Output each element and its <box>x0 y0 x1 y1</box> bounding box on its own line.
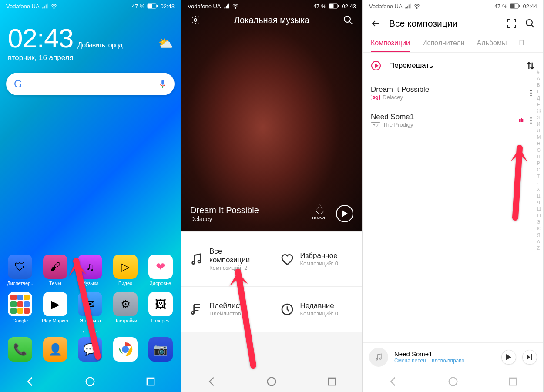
more-icon[interactable] <box>527 116 535 125</box>
nav-home-icon[interactable] <box>447 375 459 388</box>
mini-player[interactable]: Need Some1 Смена песен – влево/вправо. <box>363 342 543 371</box>
app-icon-image: ⚙ <box>113 292 138 316</box>
app-dock[interactable]: 📞 <box>3 337 37 362</box>
tile-1[interactable]: ИзбранноеКомпозиций: 0 <box>272 232 363 286</box>
back-icon[interactable] <box>371 18 381 29</box>
weather-icon[interactable]: ⛅ <box>158 36 173 50</box>
app-Эл. почта[interactable]: ✉Эл. почта <box>74 292 107 323</box>
nav-recent-icon[interactable] <box>144 375 157 388</box>
app-label: Play Маркет <box>42 318 69 323</box>
svg-rect-4 <box>161 80 164 85</box>
shuffle-label: Перемешать <box>389 61 518 70</box>
shuffle-row[interactable]: Перемешать <box>363 53 543 79</box>
tab-П[interactable]: П <box>519 35 524 52</box>
app-Здоровье[interactable]: ❤Здоровье <box>144 255 177 286</box>
mini-play-button[interactable] <box>501 350 516 365</box>
app-Диспетчер..[interactable]: 🛡Диспетчер.. <box>3 255 37 286</box>
search-icon[interactable] <box>525 18 535 29</box>
app-label: Диспетчер.. <box>7 281 33 286</box>
app-dock[interactable]: 📷 <box>144 337 177 362</box>
nav-back-icon[interactable] <box>24 375 36 388</box>
svg-point-19 <box>268 378 276 386</box>
svg-rect-8 <box>147 378 154 385</box>
nav-back-icon[interactable] <box>205 375 218 388</box>
app-label: Галерея <box>151 318 170 323</box>
app-Настройки[interactable]: ⚙Настройки <box>109 292 142 323</box>
tab-Композиции[interactable]: Композиции <box>371 35 410 52</box>
tile-0[interactable]: Все композицииКомпозиций: 2 <box>181 232 272 286</box>
app-icon-image <box>113 337 138 362</box>
app-Музыка[interactable]: ♫Музыка <box>74 255 107 286</box>
svg-point-31 <box>530 120 531 121</box>
now-playing-artist: Delacey <box>190 215 304 222</box>
app-label: Здоровье <box>150 281 171 286</box>
app-dock[interactable] <box>109 337 142 362</box>
app-Галерея[interactable]: 🖼Галерея <box>144 292 177 323</box>
app-icon-image: 📞 <box>8 337 32 362</box>
google-logo-icon: G <box>14 78 22 90</box>
nav-recent-icon[interactable] <box>507 375 519 388</box>
app-Google[interactable]: Google <box>3 292 37 323</box>
play-button[interactable] <box>336 205 353 222</box>
app-icon-image: 🖌 <box>43 255 67 279</box>
nav-bar <box>363 371 543 392</box>
nav-back-icon[interactable] <box>387 375 399 388</box>
app-row-1: 🛡Диспетчер..🖌Темы♫Музыка▷Видео❤Здоровье <box>3 255 178 286</box>
tile-2[interactable]: ПлейлистПлейлистов: 0 <box>181 287 272 332</box>
nav-home-icon[interactable] <box>84 375 96 388</box>
svg-point-14 <box>344 16 350 22</box>
svg-point-33 <box>376 358 377 360</box>
status-bar: Vodafone UA 47 % 02:43 <box>181 0 362 12</box>
nav-recent-icon[interactable] <box>326 375 338 388</box>
clock-widget[interactable]: 02:43 Добавить город ⛅ <box>0 12 181 54</box>
app-icon-image: ✉ <box>78 292 102 316</box>
more-icon[interactable] <box>527 89 535 97</box>
track-row[interactable]: Need Some1HQ The Prodigyıılıı <box>363 107 543 134</box>
clock-time: 02:43 <box>8 23 73 54</box>
svg-rect-3 <box>148 4 152 8</box>
track-list: Dream It PossibleSQ DelaceyNeed Some1HQ … <box>363 79 543 134</box>
play-outline-icon <box>371 60 381 71</box>
scan-icon[interactable] <box>507 18 517 29</box>
app-Видео[interactable]: ▷Видео <box>109 255 142 286</box>
app-icon-image: 🛡 <box>8 255 32 279</box>
wifi-icon <box>51 3 57 9</box>
svg-rect-12 <box>329 4 333 8</box>
equalizer-icon: ıılıı <box>519 117 524 124</box>
tab-Исполнители[interactable]: Исполнители <box>422 35 465 52</box>
app-dock[interactable]: 👤 <box>39 337 72 362</box>
svg-point-29 <box>530 95 531 96</box>
app-icon-image: 📷 <box>148 337 173 362</box>
now-playing[interactable]: Dream It Possible Delacey <box>190 205 304 222</box>
svg-rect-24 <box>510 4 514 8</box>
alpha-index[interactable]: #АВГДЕЖЗИЛМНОПРСТ·ХЦЧШЩЭЮЯAZ <box>537 70 541 251</box>
search-icon[interactable] <box>343 15 353 25</box>
carrier: Vodafone UA <box>6 3 40 10</box>
tile-3[interactable]: НедавниеКомпозиций: 0 <box>272 287 363 332</box>
app-Темы[interactable]: 🖌Темы <box>39 255 72 286</box>
sort-icon[interactable] <box>526 61 535 70</box>
tabs: КомпозицииИсполнителиАльбомыП <box>363 35 543 53</box>
svg-rect-20 <box>329 378 336 385</box>
status-time: 02:43 <box>160 3 175 10</box>
huawei-logo-icon: HUAWEI <box>310 204 330 224</box>
svg-point-9 <box>235 8 236 9</box>
settings-icon[interactable] <box>190 15 201 25</box>
google-search-bar[interactable]: G <box>6 73 175 95</box>
app-label: Эл. почта <box>80 318 101 323</box>
app-Play Маркет[interactable]: ▶Play Маркет <box>39 292 72 323</box>
app-icon-image: ♫ <box>78 255 102 279</box>
svg-point-27 <box>530 90 531 91</box>
signal-icon <box>42 3 48 9</box>
app-dock[interactable]: 💬 <box>74 337 107 362</box>
mic-icon[interactable] <box>159 79 167 89</box>
svg-point-17 <box>191 312 194 314</box>
mini-next-button[interactable] <box>522 350 537 365</box>
track-row[interactable]: Dream It PossibleSQ Delacey <box>363 79 543 107</box>
add-city-link[interactable]: Добавить город <box>77 41 122 49</box>
music-app-title: Локальная музыка <box>234 15 309 25</box>
battery-icon <box>510 3 520 9</box>
app-label: Видео <box>118 281 132 286</box>
tab-Альбомы[interactable]: Альбомы <box>477 35 507 52</box>
nav-home-icon[interactable] <box>265 375 278 388</box>
